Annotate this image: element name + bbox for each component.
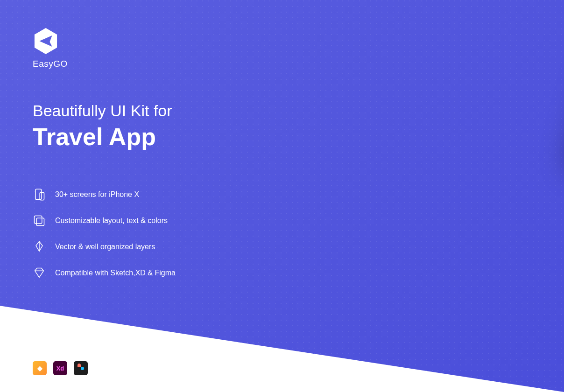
feature-text: Customizable layout, text & colors (55, 217, 168, 225)
phone-icon (33, 188, 46, 201)
logo-hexagon-icon (33, 28, 59, 54)
pen-icon (33, 240, 46, 253)
feature-text: Vector & well organized layers (55, 243, 155, 251)
brand-logo: EasyGO (33, 28, 176, 69)
brand-name: EasyGO (33, 59, 176, 69)
tool-icons: ◆ Xd (33, 361, 88, 375)
feature-text: Compatible with Sketch,XD & Figma (55, 269, 176, 277)
headline: Beautifully UI Kit for Travel App (33, 102, 176, 151)
layers-icon (33, 214, 46, 227)
feature-text: 30+ screens for iPhone X (55, 190, 139, 199)
diamond-icon (33, 266, 46, 280)
feature-item: Compatible with Sketch,XD & Figma (33, 266, 176, 280)
xd-icon: Xd (53, 361, 67, 375)
feature-item: Customizable layout, text & colors (33, 214, 176, 227)
feature-list: 30+ screens for iPhone X Customizable la… (33, 188, 176, 280)
svg-rect-0 (35, 189, 42, 199)
feature-item: Vector & well organized layers (33, 240, 176, 253)
promo-canvas: EasyGO Beautifully UI Kit for Travel App… (0, 0, 564, 392)
svg-rect-2 (35, 216, 42, 224)
sketch-icon: ◆ (33, 361, 47, 375)
headline-line2: Travel App (33, 123, 176, 151)
figma-icon (74, 361, 88, 375)
feature-item: 30+ screens for iPhone X (33, 188, 176, 201)
svg-rect-3 (36, 218, 44, 225)
plane-icon (38, 33, 54, 49)
headline-line1: Beautifully UI Kit for (33, 102, 176, 120)
svg-rect-1 (40, 192, 44, 200)
left-content: EasyGO Beautifully UI Kit for Travel App… (33, 28, 176, 280)
